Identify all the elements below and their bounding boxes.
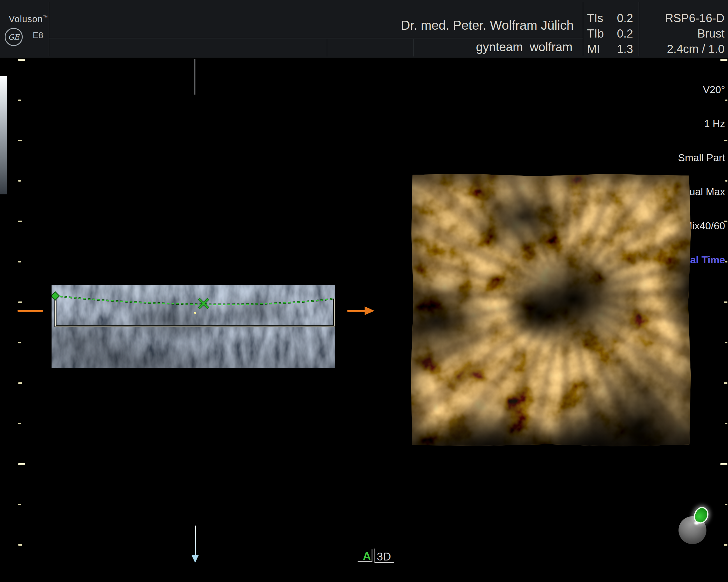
bmode-image[interactable] — [52, 285, 335, 368]
roi-overlay — [52, 285, 335, 368]
depth-ruler-tick — [18, 100, 21, 101]
depth-ruler-tick — [18, 180, 21, 182]
header-divider — [639, 2, 639, 56]
plane-a-label: A — [363, 550, 371, 562]
tib-label: TIb — [587, 27, 604, 43]
depth-ruler-tick — [725, 342, 727, 343]
ti-row: TIs0.2 — [587, 11, 633, 27]
mi-label: MI — [587, 43, 600, 58]
depth-ruler-tick — [725, 423, 727, 424]
mi-value: 1.3 — [617, 43, 633, 58]
depth-ruler-tick — [724, 140, 727, 141]
ge-monogram: GE — [8, 33, 19, 41]
depth-ruler-tick — [721, 59, 727, 61]
probe-info: RSP6-16-D Brust 2.4cm / 1.0 — [665, 11, 725, 58]
plane-labels: A 3D — [349, 547, 414, 566]
operator-name: gynteam wolfram — [476, 40, 572, 54]
roi-curve[interactable] — [55, 296, 334, 304]
depth-ruler-tick — [724, 221, 727, 222]
render-3d-image[interactable] — [411, 174, 691, 446]
depth-ruler-tick — [18, 342, 21, 343]
depth-frequency: 2.4cm / 1.0 — [665, 43, 725, 58]
depth-ruler-tick — [724, 302, 727, 303]
depth-ruler-tick — [18, 382, 22, 384]
depth-ruler-tick — [721, 463, 727, 465]
frame-rate: 1 Hz — [661, 118, 725, 129]
ultrasound-screen: Voluson™ GE E8 Dr. med. Peter. Wolfram J… — [0, 0, 728, 582]
depth-ruler-tick — [18, 261, 21, 262]
depth-ruler-tick — [18, 544, 22, 546]
acoustic-indices: TIs0.2 TIb0.2 MI1.3 — [587, 11, 633, 58]
depth-ruler-tick — [18, 423, 21, 424]
application-name: Brust — [665, 27, 725, 43]
header-divider — [49, 38, 583, 38]
product-name: Voluson™ — [9, 14, 48, 24]
roi-direction-line — [18, 310, 43, 312]
tis-label: TIs — [587, 11, 603, 27]
render-3d-fissures — [411, 174, 691, 446]
ge-logo-icon: GE — [5, 28, 23, 46]
center-axis-arrow-line — [195, 526, 196, 555]
tib-value: 0.2 — [617, 27, 633, 43]
ti-row: TIb0.2 — [587, 27, 633, 43]
roi-direction-arrow-line — [347, 310, 365, 312]
center-axis-marker — [194, 59, 196, 94]
depth-ruler-tick — [725, 261, 727, 262]
trademark-symbol: ™ — [43, 15, 48, 20]
depth-ruler-tick — [18, 59, 25, 61]
center-reference-dot — [194, 312, 196, 314]
physician-name: Dr. med. Peter. Wolfram Jülich — [401, 18, 574, 33]
product-name-text: Voluson — [9, 14, 43, 24]
depth-ruler-tick — [725, 180, 727, 182]
header-divider — [583, 2, 583, 56]
header-divider — [49, 2, 49, 56]
depth-ruler-tick — [724, 382, 727, 384]
plane-3d-bracket — [374, 549, 375, 563]
roi-start-marker[interactable] — [52, 292, 59, 300]
trackball-highlight — [694, 522, 699, 525]
depth-ruler-tick — [18, 504, 21, 505]
roi-direction-arrow-head-icon — [365, 306, 374, 315]
preset-mode: Small Part — [661, 152, 725, 163]
volume-angle: V20° — [661, 84, 725, 95]
plane-a-bracket — [371, 549, 372, 562]
header-divider — [327, 39, 327, 56]
ti-row: MI1.3 — [587, 43, 633, 58]
tis-value: 0.2 — [617, 11, 633, 27]
depth-ruler-tick — [18, 302, 22, 303]
depth-ruler-tick — [18, 140, 22, 141]
depth-ruler-tick — [18, 463, 25, 465]
center-axis-arrow-head-icon — [191, 555, 199, 563]
header-divider — [413, 39, 414, 56]
model-name: E8 — [33, 30, 43, 40]
trackball-status-indicator — [676, 505, 714, 547]
depth-ruler-tick — [724, 544, 727, 546]
depth-ruler-tick — [725, 100, 727, 101]
plane-3d-label: 3D — [377, 551, 391, 563]
depth-ruler-tick — [725, 504, 727, 505]
grayscale-map-bar — [0, 76, 7, 194]
header-bar: Voluson™ GE E8 Dr. med. Peter. Wolfram J… — [0, 0, 728, 58]
probe-name: RSP6-16-D — [665, 11, 725, 27]
depth-ruler-tick — [18, 221, 22, 222]
